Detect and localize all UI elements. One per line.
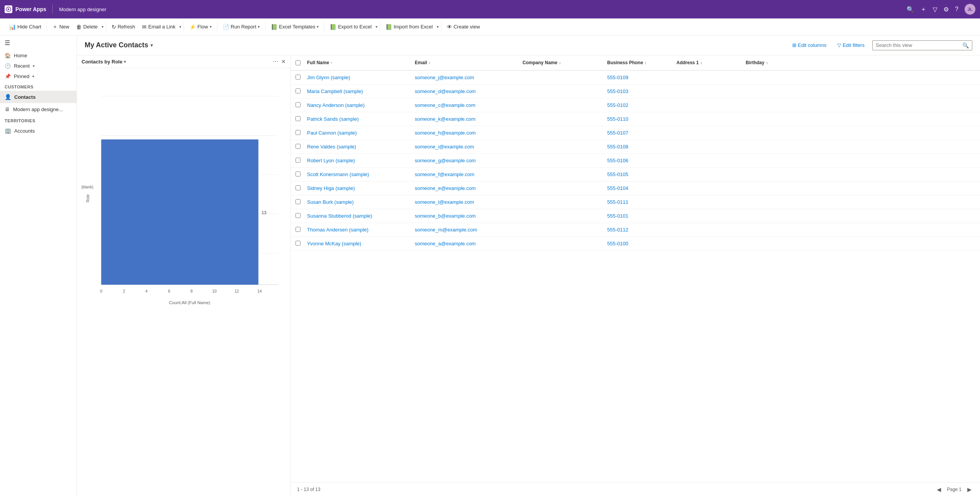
email-dropdown-icon[interactable]: ▾ [179, 25, 181, 29]
cell-fullname-12[interactable]: Yvonne McKay (sample) [307, 241, 415, 246]
table-row[interactable]: Thomas Andersen (sample) someone_m@examp… [291, 223, 980, 237]
row-checkbox-7[interactable] [296, 171, 307, 178]
settings-icon[interactable]: ⚙ [943, 6, 949, 13]
cell-fullname-11[interactable]: Thomas Andersen (sample) [307, 227, 415, 233]
cell-email-8[interactable]: someone_e@example.com [415, 185, 523, 191]
row-select-6[interactable] [296, 158, 301, 163]
email-a-link-button[interactable]: ✉ Email a Link [139, 22, 179, 32]
avatar[interactable]: JL [965, 4, 975, 15]
row-checkbox-12[interactable] [296, 241, 307, 247]
cell-email-2[interactable]: someone_c@example.com [415, 102, 523, 108]
cell-email-11[interactable]: someone_m@example.com [415, 227, 523, 233]
page-next-button[interactable]: ▶ [965, 485, 974, 494]
table-row[interactable]: Susanna Stubberod (sample) someone_b@exa… [291, 209, 980, 223]
chart-close-icon[interactable]: ✕ [281, 58, 286, 65]
cell-fullname-0[interactable]: Jim Glynn (sample) [307, 75, 415, 80]
add-icon[interactable]: ＋ [920, 5, 927, 13]
sidebar-item-recent[interactable]: 🕐 Recent ▾ [0, 61, 77, 71]
row-checkbox-9[interactable] [296, 199, 307, 205]
edit-filters-button[interactable]: ▽ Edit filters [834, 41, 868, 50]
chart-more-options-icon[interactable]: ⋯ [273, 58, 278, 65]
cell-fullname-9[interactable]: Susan Burk (sample) [307, 199, 415, 205]
col-header-fullname[interactable]: Full Name ↑ [307, 60, 415, 65]
table-row[interactable]: Jim Glynn (sample) someone_j@example.com… [291, 71, 980, 85]
cell-email-10[interactable]: someone_b@example.com [415, 213, 523, 219]
cell-phone-6[interactable]: 555-0106 [607, 158, 676, 163]
run-report-button[interactable]: 📄 Run Report ▾ [220, 22, 263, 32]
import-dropdown-icon[interactable]: ▾ [437, 25, 439, 29]
sidebar-item-home[interactable]: 🏠 Home [0, 50, 77, 61]
select-all-checkbox[interactable] [296, 60, 307, 65]
sidebar-toggle[interactable]: ☰ [0, 35, 77, 50]
chart-title-dropdown-icon[interactable]: ▾ [124, 60, 126, 64]
select-all-input[interactable] [296, 60, 301, 65]
page-prev-button[interactable]: ◀ [935, 485, 944, 494]
row-checkbox-3[interactable] [296, 116, 307, 122]
cell-email-9[interactable]: someone_l@example.com [415, 199, 523, 205]
edit-columns-button[interactable]: ⊞ Edit columns [789, 41, 830, 50]
cell-fullname-6[interactable]: Robert Lyon (sample) [307, 158, 415, 163]
delete-button[interactable]: 🗑 Delete [73, 22, 101, 32]
row-select-1[interactable] [296, 88, 301, 93]
help-icon[interactable]: ? [955, 6, 958, 13]
row-checkbox-2[interactable] [296, 102, 307, 108]
export-to-excel-button[interactable]: 📗 Export to Excel [327, 22, 374, 32]
cell-email-12[interactable]: someone_a@example.com [415, 241, 523, 246]
cell-email-7[interactable]: someone_f@example.com [415, 171, 523, 177]
cell-phone-4[interactable]: 555-0107 [607, 130, 676, 136]
cell-phone-10[interactable]: 555-0101 [607, 213, 676, 219]
cell-phone-1[interactable]: 555-0103 [607, 88, 676, 94]
col-header-company[interactable]: Company Name ↕ [523, 60, 607, 65]
col-header-address[interactable]: Address 1 ↕ [676, 60, 746, 65]
row-checkbox-6[interactable] [296, 158, 307, 164]
row-select-11[interactable] [296, 227, 301, 232]
cell-fullname-4[interactable]: Paul Cannon (sample) [307, 130, 415, 136]
search-icon[interactable]: 🔍 [907, 6, 914, 13]
cell-phone-3[interactable]: 555-0110 [607, 116, 676, 122]
search-icon[interactable]: 🔍 [962, 42, 969, 48]
excel-templates-button[interactable]: 📗 Excel Templates ▾ [268, 22, 322, 32]
col-header-phone[interactable]: Business Phone ↕ [607, 60, 676, 65]
col-header-email[interactable]: Email ↕ [415, 60, 523, 65]
row-select-2[interactable] [296, 102, 301, 107]
sidebar-item-modern-app-designer[interactable]: 🖥 Modern app designe... [0, 103, 77, 115]
table-row[interactable]: Yvonne McKay (sample) someone_a@example.… [291, 237, 980, 251]
row-select-10[interactable] [296, 213, 301, 218]
cell-phone-9[interactable]: 555-0111 [607, 199, 676, 205]
cell-phone-11[interactable]: 555-0112 [607, 227, 676, 233]
export-dropdown-icon[interactable]: ▾ [376, 25, 377, 29]
cell-fullname-8[interactable]: Sidney Higa (sample) [307, 185, 415, 191]
filter-icon[interactable]: ▽ [933, 6, 937, 13]
row-select-3[interactable] [296, 116, 301, 121]
refresh-button[interactable]: ↻ Refresh [109, 22, 139, 32]
view-title-dropdown-icon[interactable]: ▾ [150, 43, 153, 48]
cell-phone-0[interactable]: 555-0109 [607, 75, 676, 80]
row-select-5[interactable] [296, 144, 301, 149]
sidebar-item-pinned[interactable]: 📌 Pinned ▾ [0, 71, 77, 82]
cell-email-1[interactable]: someone_d@example.com [415, 88, 523, 94]
row-checkbox-1[interactable] [296, 88, 307, 95]
row-checkbox-8[interactable] [296, 185, 307, 191]
cell-email-0[interactable]: someone_j@example.com [415, 75, 523, 80]
cell-phone-12[interactable]: 555-0100 [607, 241, 676, 246]
table-row[interactable]: Sidney Higa (sample) someone_e@example.c… [291, 181, 980, 195]
cell-email-3[interactable]: someone_k@example.com [415, 116, 523, 122]
row-checkbox-10[interactable] [296, 213, 307, 219]
row-select-8[interactable] [296, 185, 301, 190]
table-row[interactable]: Paul Cannon (sample) someone_h@example.c… [291, 126, 980, 140]
row-select-7[interactable] [296, 171, 301, 176]
app-logo[interactable]: Power Apps [5, 5, 46, 13]
hide-chart-button[interactable]: 📊 Hide Chart [6, 22, 44, 32]
cell-fullname-7[interactable]: Scott Konersmann (sample) [307, 171, 415, 177]
cell-fullname-1[interactable]: Maria Campbell (sample) [307, 88, 415, 94]
new-button[interactable]: ＋ New [49, 22, 72, 32]
cell-phone-8[interactable]: 555-0104 [607, 185, 676, 191]
import-from-excel-button[interactable]: 📗 Import from Excel [382, 22, 436, 32]
cell-fullname-3[interactable]: Patrick Sands (sample) [307, 116, 415, 122]
cell-phone-7[interactable]: 555-0105 [607, 171, 676, 177]
table-row[interactable]: Maria Campbell (sample) someone_d@exampl… [291, 85, 980, 98]
search-box[interactable]: 🔍 [872, 40, 972, 50]
row-checkbox-11[interactable] [296, 227, 307, 233]
table-row[interactable]: Patrick Sands (sample) someone_k@example… [291, 112, 980, 126]
cell-email-6[interactable]: someone_g@example.com [415, 158, 523, 163]
